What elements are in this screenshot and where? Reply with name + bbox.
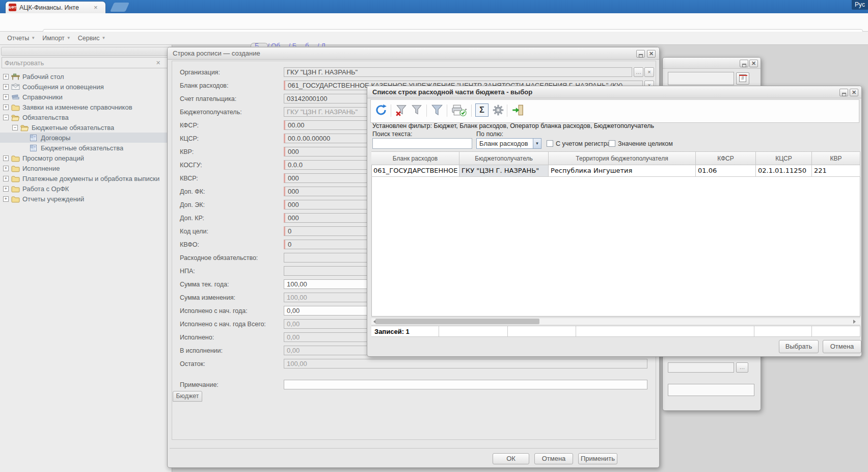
column-header-5[interactable]: КЦСР — [756, 151, 812, 165]
by-field-select[interactable]: Бланк расходов ▼ — [476, 138, 541, 149]
toolbar-separator — [507, 104, 507, 117]
tree-filter-input[interactable] — [2, 59, 155, 67]
column-header-2[interactable]: Бюджетополучатель — [459, 151, 549, 165]
expand-icon[interactable]: + — [3, 166, 9, 171]
table-cell-3[interactable]: Республика Ингушетия — [549, 165, 696, 177]
clear-filter-icon[interactable] — [395, 103, 409, 118]
tree-item-6[interactable]: −Бюджетные обязательства — [0, 122, 172, 133]
tab-budget[interactable]: Бюджет — [173, 391, 202, 402]
table-cell-2[interactable]: ГКУ "ЦЗН Г. НАЗРАНЬ" — [459, 165, 549, 177]
ellipsis-button[interactable]: … — [634, 67, 643, 77]
column-header-6[interactable]: КВР — [812, 151, 860, 165]
tree-item-1[interactable]: +Рабочий стол — [0, 71, 172, 82]
maximize-button[interactable] — [839, 89, 848, 96]
filter-info: Установлен фильтр: Бюджет, Бланк расходо… — [372, 122, 654, 129]
expand-icon[interactable]: + — [3, 104, 9, 110]
case-sensitive-checkbox[interactable] — [547, 140, 553, 147]
toolbar-separator — [447, 104, 447, 117]
field-label-8: КОСГУ: — [180, 161, 287, 169]
table-cell-1[interactable]: 061_ГОСУДАРСТВЕННОЕ КАЗЕН — [371, 165, 459, 177]
clear-icon[interactable]: × — [644, 67, 654, 77]
column-header-4[interactable]: КФСР — [696, 151, 756, 165]
expand-icon[interactable]: + — [3, 176, 9, 181]
folder-icon — [11, 195, 20, 203]
tree-filter[interactable]: ✕ — [2, 57, 170, 68]
background-field[interactable] — [668, 384, 754, 396]
expand-icon[interactable]: + — [3, 84, 9, 90]
tree-item-label: Отчеты учреждений — [22, 195, 84, 203]
tree-item-12[interactable]: +Работа с ОрФК — [0, 183, 172, 194]
note-field[interactable] — [284, 380, 647, 389]
sum-icon[interactable]: Σ — [475, 103, 490, 118]
menu-сервис[interactable]: Сервис▼ — [78, 35, 106, 42]
cancel-button[interactable]: Отмена — [534, 453, 573, 464]
tree-item-3[interactable]: +Справочники — [0, 92, 172, 102]
expand-icon[interactable]: + — [3, 74, 9, 80]
search-input[interactable] — [372, 138, 472, 149]
dialog1-title: Строка росписи — создание — [168, 47, 659, 60]
menu-отчеты[interactable]: Отчеты▼ — [7, 35, 35, 42]
menu-импорт[interactable]: Импорт▼ — [42, 35, 71, 42]
folder-icon — [11, 103, 20, 111]
expand-icon[interactable]: + — [3, 186, 9, 192]
exit-icon[interactable] — [511, 103, 525, 118]
tree-item-5[interactable]: −Обязательства — [0, 112, 172, 122]
tree-item-4[interactable]: +Заявки на изменение справочников — [0, 102, 172, 112]
select-button[interactable]: Выбрать — [779, 340, 819, 353]
footer-cell-5 — [754, 326, 812, 337]
browser-tab[interactable]: БФТ АЦК-Финансы. Инте × — [5, 1, 106, 13]
maximize-button[interactable] — [740, 60, 748, 67]
expand-icon[interactable]: + — [3, 94, 9, 100]
collapse-icon[interactable]: − — [12, 125, 18, 130]
tree-item-10[interactable]: +Исполнение — [0, 163, 172, 173]
chevron-down-icon[interactable]: ▼ — [533, 139, 541, 148]
scroll-right-icon[interactable] — [853, 320, 856, 324]
background-field[interactable] — [668, 362, 734, 373]
case-sensitive-label: С учетом регистра — [556, 140, 611, 147]
apply-filter-icon[interactable] — [430, 103, 445, 118]
whole-value-checkbox[interactable] — [609, 140, 615, 147]
field-23[interactable]: 100,00 — [284, 359, 647, 369]
settings-icon[interactable] — [492, 103, 506, 118]
field-label-19: Исполнено с нач. года: — [180, 307, 287, 315]
mail-icon — [11, 83, 20, 91]
ok-button[interactable]: ОК — [493, 453, 529, 464]
folder-icon — [11, 175, 20, 182]
close-button[interactable]: ✕ — [647, 50, 656, 58]
close-button[interactable]: ✕ — [749, 60, 758, 67]
refresh-icon[interactable] — [374, 103, 389, 118]
scrollbar-thumb[interactable] — [375, 319, 539, 324]
expand-icon[interactable]: + — [3, 155, 9, 161]
table-cell-6[interactable]: 221 — [812, 165, 860, 177]
edit-filter-icon[interactable] — [410, 103, 424, 118]
print-icon[interactable] — [451, 103, 465, 118]
apply-button[interactable]: Применить — [578, 453, 617, 464]
tree-item-label: Обязательства — [22, 114, 69, 121]
number-field-icon[interactable]: # — [736, 72, 749, 85]
table-cell-5[interactable]: 02.1.01.11250 — [756, 165, 812, 177]
tab-close-icon[interactable]: × — [94, 5, 98, 11]
new-tab-button[interactable] — [110, 3, 129, 12]
breadcrumb: Б… / Об… / Б… б… / Д… — [255, 42, 581, 46]
tree-item-7[interactable]: Договоры — [0, 133, 172, 143]
field-1[interactable]: ГКУ "ЦЗН Г. НАЗРАНЬ" — [284, 67, 632, 77]
tree-item-8[interactable]: Бюджетные обязательства — [0, 143, 172, 153]
close-button[interactable]: ✕ — [850, 89, 858, 96]
tree-item-9[interactable]: +Просмотр операций — [0, 153, 172, 163]
tree-item-label: Рабочий стол — [22, 73, 64, 81]
table-cell-4[interactable]: 01.06 — [696, 165, 756, 177]
expand-icon[interactable]: + — [3, 196, 9, 202]
ellipsis-button[interactable]: … — [736, 362, 748, 373]
maximize-button[interactable] — [636, 50, 645, 58]
search-text-label: Поиск текста: — [372, 130, 413, 138]
background-field[interactable] — [668, 72, 734, 85]
tree-item-13[interactable]: +Отчеты учреждений — [0, 194, 172, 204]
browser-tabstrip: БФТ АЦК-Финансы. Инте × Рус — [0, 0, 868, 13]
cancel-button[interactable]: Отмена — [823, 340, 861, 353]
filter-clear-icon[interactable]: ✕ — [156, 60, 160, 66]
column-header-3[interactable]: Территория бюджетополучателя — [549, 151, 696, 165]
tree-item-2[interactable]: +Сообщения и оповещения — [0, 82, 172, 92]
column-header-1[interactable]: Бланк расходов — [371, 151, 459, 165]
tree-item-11[interactable]: +Платежные документы и обработка выписки — [0, 173, 172, 183]
collapse-icon[interactable]: − — [3, 115, 9, 120]
